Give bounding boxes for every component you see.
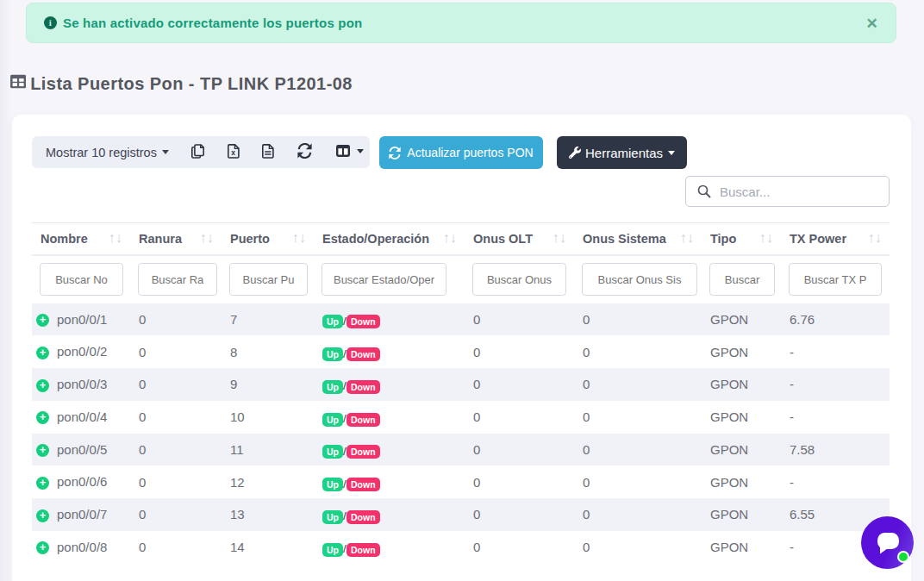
- svg-text:x: x: [231, 148, 235, 157]
